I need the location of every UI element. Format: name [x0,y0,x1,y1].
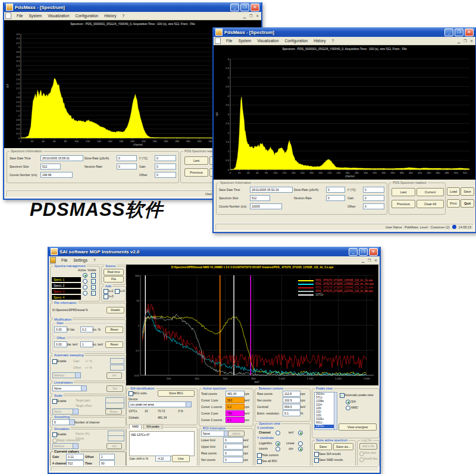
save-date-field[interactable]: 25/10/2005 15:58:31 [40,155,83,161]
minimize-icon[interactable]: _ [444,29,453,36]
previous-button[interactable]: Previous [392,200,415,208]
counts-number-field[interactable]: 198.98 [40,172,73,178]
cps-radio[interactable] [298,447,303,451]
spectrum-row[interactable]: Spect. 2 [52,278,98,284]
save-button[interactable]: Save [461,187,474,196]
print-button[interactable]: Print [447,199,460,208]
offset-reset-button[interactable]: Reset [105,341,123,348]
visible-checkbox[interactable] [91,273,96,278]
current-button[interactable]: Current [416,188,444,196]
add-1-3-checkbox[interactable] [104,294,108,299]
save-sia-results-checkbox[interactable] [314,452,319,457]
peaks-listbox[interactable]: 241Am57Co133Ba111In129I131I133I152Eu60Co… [314,392,334,430]
linear-radio[interactable] [298,441,303,446]
logarithm-radio[interactable] [275,441,280,446]
titlebar[interactable]: PdsMass - [Spectrum] _ ❐ ✕ [4,2,261,12]
neutron-rate-field[interactable]: 0 [326,195,345,201]
menu-file[interactable]: File [14,14,26,18]
menu-configuration[interactable]: Configuration [282,39,311,43]
see-all-roi-checkbox[interactable] [257,459,262,464]
menu-help[interactable]: ? [328,39,337,43]
automatic-peaks-checkbox[interactable] [340,393,345,398]
active-radio[interactable] [83,273,87,278]
bkg-subs-checkbox[interactable] [129,391,133,396]
sia-mode-dropdown[interactable]: csv peak net area [129,401,192,407]
spectrum-size-field[interactable]: 512 [250,195,270,201]
clear-all-button[interactable]: Clear All [416,200,444,208]
save-nmd-results-checkbox[interactable] [314,458,319,463]
active-radio[interactable] [83,279,87,284]
linearisation-dropdown[interactable]: None [52,385,87,391]
menu-help[interactable]: ? [119,14,127,18]
use-button[interactable]: Use [172,455,190,462]
multi-spectrum-display[interactable]: D:\Spectres\SPRD\essai NMD V1.3\NMD 1 3 … [126,265,378,385]
neutron-rate-field[interactable]: 0 [117,164,137,169]
spectrum-row[interactable]: Spect. 4 [52,290,98,296]
spectrum-size-field[interactable]: 512 [40,164,61,169]
active-radio[interactable] [83,285,87,290]
kev-radio[interactable] [298,431,303,435]
menu-history[interactable]: History [101,14,119,18]
visible-checkbox[interactable] [91,291,96,296]
tab-nmd[interactable]: NMD [129,424,142,429]
previous-button[interactable]: Previous [184,168,208,177]
counts-number-field[interactable]: 10005 [250,203,282,209]
gain-reset-button[interactable]: Reset [105,327,123,333]
menu-configuration[interactable]: Configuration [73,14,102,18]
sia-radio[interactable] [346,400,350,404]
menu-help[interactable]: ? [90,258,99,262]
gain-field[interactable]: 0 [155,164,176,169]
offset-field[interactable]: 0 [155,172,176,178]
lower-limit-value[interactable]: 0 [223,437,243,443]
menu-system[interactable]: System [235,39,254,43]
file-button[interactable]: File [104,276,124,282]
smoothing-dropdown[interactable]: 5 [52,419,75,425]
menu-file[interactable]: File [58,258,70,262]
menu-file[interactable]: File [223,39,235,43]
spectrum-row[interactable]: Spect. 3 [52,284,98,290]
details-button[interactable]: Details [107,307,124,313]
peaks-list-item[interactable]: 137Cs [315,425,334,428]
active-radio[interactable] [83,291,87,296]
temperature-field[interactable]: 0 [155,155,176,161]
minimize-icon[interactable]: _ [349,248,358,256]
store-bkg-button[interactable]: Store BKG [158,390,195,397]
sweeping-enable-checkbox[interactable] [52,359,57,364]
counts-radio[interactable] [275,447,280,451]
nmd-radio[interactable] [346,406,350,410]
listbox-scrollbar[interactable] [334,392,337,430]
menu-system[interactable]: System [26,14,45,18]
visible-checkbox[interactable] [91,279,96,284]
offset-field[interactable]: 0 [363,203,384,209]
close-icon[interactable]: ✕ [465,29,474,36]
temperature-field[interactable]: 0 [363,187,384,193]
dose-rate-field[interactable]: 0 [117,155,137,161]
real-time-button[interactable]: Real time [104,269,124,275]
maximize-icon[interactable]: ❐ [455,29,464,36]
gain-field[interactable]: 0 [363,195,384,201]
maximize-icon[interactable]: ❐ [359,248,368,256]
scale-enable-checkbox[interactable] [52,399,57,404]
save-as-button[interactable]: Save as... [333,443,353,450]
menu-visualization[interactable]: Visualization [254,39,281,43]
visible-checkbox[interactable] [91,285,96,290]
dose-rate-field[interactable]: 0 [326,187,345,193]
spectrum-row[interactable]: Spect. 1 [52,272,98,278]
add-1-2-checkbox[interactable] [104,289,108,294]
menu-history[interactable]: History [311,39,328,43]
quit-button[interactable]: Quit [461,199,474,208]
titlebar[interactable]: SAI software MGP Instruments v2.0 _ ❐ ✕ [49,247,380,256]
save-date-field[interactable]: 26/11/2005 05:52:16 [250,187,293,193]
maximize-icon[interactable]: ❐ [240,4,249,11]
offset-inc-field[interactable]: 1 [80,341,93,347]
offset-var-spinner[interactable]: 0.00 [54,341,67,347]
roi-dropdown[interactable]: None [201,431,230,437]
channel-radio[interactable] [275,431,280,435]
gain-inc-field[interactable]: 0.2 [80,327,93,332]
mdi-window-controls[interactable]: ▁ ❐ ✕ [458,39,474,43]
view-energies-button[interactable]: View energies [339,423,377,431]
menu-settings[interactable]: Settings [70,258,90,262]
mdi-window-controls[interactable]: ▁ ❐ ✕ [243,14,260,18]
add-1-4-checkbox[interactable] [115,289,120,294]
titlebar[interactable]: PdsMass - [Spectrum] _ ❐ ✕ [214,27,475,37]
